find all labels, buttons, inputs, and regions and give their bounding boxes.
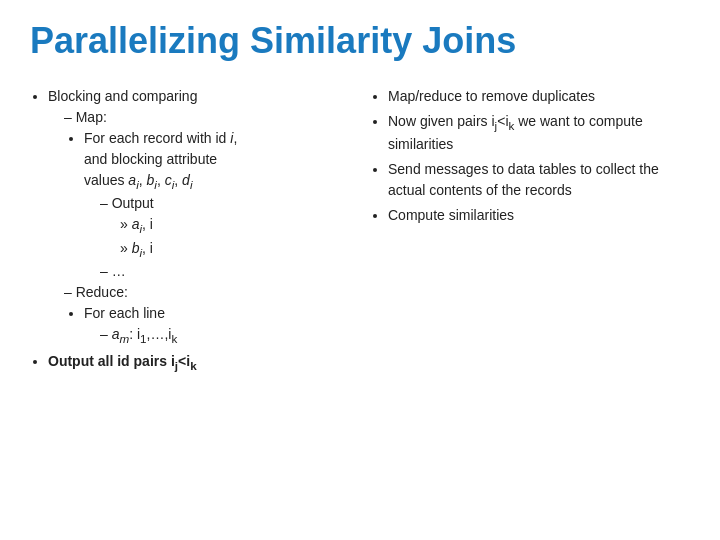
bullet-blocking: Blocking and comparing Map: For each rec…	[48, 86, 350, 347]
am-item: am: i1,…,ik	[100, 324, 350, 347]
foreach-item: For each record with id i, and blocking …	[84, 128, 350, 282]
right-bullet1: Map/reduce to remove duplicates	[388, 86, 690, 107]
output-item: Output ai, i bi, i	[100, 193, 350, 261]
right-bullet4: Compute similarities	[388, 205, 690, 226]
page-title: Parallelizing Similarity Joins	[30, 20, 690, 62]
output-all-item: Output all id pairs ij<ik	[48, 351, 350, 374]
foreach-line-item: For each line am: i1,…,ik	[84, 303, 350, 347]
output-b-item: bi, i	[120, 238, 350, 261]
ellipsis-item: …	[100, 261, 350, 282]
reduce-item: Reduce: For each line am: i1,…,ik	[64, 282, 350, 347]
output-a-item: ai, i	[120, 214, 350, 237]
map-item: Map: For each record with id i, and bloc…	[64, 107, 350, 282]
right-bullet3: Send messages to data tables to collect …	[388, 159, 690, 201]
content-row: Blocking and comparing Map: For each rec…	[30, 86, 690, 378]
right-bullet2: Now given pairs ij<ik we want to compute…	[388, 111, 690, 155]
right-column: Map/reduce to remove duplicates Now give…	[370, 86, 690, 230]
left-column: Blocking and comparing Map: For each rec…	[30, 86, 350, 378]
